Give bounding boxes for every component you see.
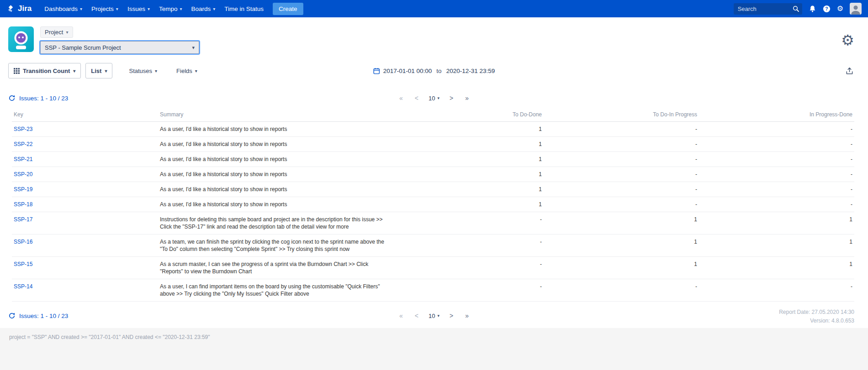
value-inprogress-done: 1 [699, 235, 854, 257]
issue-key-link[interactable]: SSP-20 [14, 171, 32, 177]
value-inprogress-done: - [699, 167, 854, 182]
chevron-down-icon: ▾ [192, 45, 195, 51]
pagination-last-button[interactable]: » [463, 94, 471, 103]
value-todo-done: 1 [388, 182, 544, 197]
pagination-bottom: « < 10 ▾ > » [397, 311, 471, 320]
value-inprogress-done: - [699, 182, 854, 197]
chevron-down-icon: ▾ [437, 96, 439, 100]
value-todo-inprogress: - [544, 197, 699, 212]
nav-item-boards[interactable]: Boards ▾ [187, 0, 220, 17]
issue-key-link[interactable]: SSP-22 [14, 141, 32, 147]
chevron-down-icon: ▾ [155, 68, 157, 73]
fields-dropdown-label: Fields [176, 68, 192, 74]
value-todo-done: 1 [388, 167, 544, 182]
nav-item-time-in-status[interactable]: Time in Status [220, 0, 268, 17]
project-type-dropdown[interactable]: Project ▾ [40, 26, 73, 38]
issues-table: Key Summary To Do-Done To Do-In Progress… [12, 108, 854, 302]
table-row: SSP-17 Instructions for deleting this sa… [12, 212, 854, 235]
value-todo-done: 1 [388, 137, 544, 152]
issue-key-link[interactable]: SSP-16 [14, 239, 32, 245]
table-row: SSP-22 As a user, I'd like a historical … [12, 137, 854, 152]
pagination-next-button[interactable]: > [448, 311, 455, 320]
value-todo-done: 1 [388, 152, 544, 167]
settings-gear-icon[interactable]: ⚙ [837, 5, 843, 12]
report-settings-gear-icon[interactable]: ⚙ [841, 33, 854, 47]
issue-summary: As a user, I'd like a historical story t… [160, 125, 386, 133]
notifications-bell-icon[interactable] [809, 5, 816, 13]
issue-key-link[interactable]: SSP-15 [14, 261, 32, 267]
value-todo-inprogress: - [544, 137, 699, 152]
issue-key-link[interactable]: SSP-17 [14, 216, 32, 223]
view-dropdown-label: List [91, 68, 101, 74]
nav-item-dashboards[interactable]: Dashboards ▾ [40, 0, 87, 17]
pagination-first-button[interactable]: « [397, 311, 405, 320]
issue-summary: Instructions for deleting this sample bo… [160, 216, 386, 230]
project-select[interactable]: SSP - Sample Scrum Project ▾ [40, 41, 199, 54]
pagination-last-button[interactable]: » [463, 311, 471, 320]
table-row: SSP-18 As a user, I'd like a historical … [12, 197, 854, 212]
value-todo-done: 1 [388, 197, 544, 212]
view-dropdown[interactable]: List ▾ [85, 63, 112, 78]
value-todo-done: - [388, 235, 544, 257]
value-inprogress-done: - [699, 279, 854, 302]
page-size-select[interactable]: 10 ▾ [429, 313, 439, 319]
statuses-dropdown[interactable]: Statuses ▾ [126, 67, 160, 75]
date-range-picker[interactable]: 2017-01-01 00:00 to 2020-12-31 23:59 [373, 68, 495, 74]
value-todo-done: 1 [388, 122, 544, 137]
report-date: Report Date: 27.05.2020 14:30 [779, 308, 854, 317]
issue-key-link[interactable]: SSP-19 [14, 186, 32, 193]
issues-table-body: SSP-23 As a user, I'd like a historical … [12, 122, 854, 302]
pagination-prev-button[interactable]: < [413, 94, 420, 103]
issue-summary: As a user, I'd like a historical story t… [160, 201, 386, 208]
issue-key-link[interactable]: SSP-18 [14, 201, 32, 208]
nav-item-label: Issues [127, 5, 145, 12]
table-row: SSP-16 As a team, we can finish the spri… [12, 235, 854, 257]
project-select-value: SSP - Sample Scrum Project [45, 44, 121, 51]
issue-summary: As a user, I'd like a historical story t… [160, 186, 386, 193]
user-avatar[interactable] [850, 3, 862, 15]
top-navbar: Jira Dashboards ▾ Projects ▾ Issues ▾ Te… [0, 0, 868, 17]
pagination-next-button[interactable]: > [448, 94, 455, 103]
footer-strip: project = "SSP" AND created >= "2017-01-… [0, 328, 868, 370]
date-to: 2020-12-31 23:59 [446, 68, 495, 74]
issue-summary: As a user, I'd like a historical story t… [160, 171, 386, 178]
value-todo-inprogress: 1 [544, 212, 699, 235]
calendar-icon [373, 68, 380, 74]
metric-dropdown[interactable]: Transition Count ▾ [8, 63, 81, 78]
refresh-button[interactable] [8, 94, 16, 102]
create-button[interactable]: Create [273, 3, 303, 15]
pagination-top: « < 10 ▾ > » [397, 94, 471, 103]
column-header-inprogress-done[interactable]: In Progress-Done [699, 108, 854, 122]
brand-name: Jira [18, 4, 32, 13]
help-icon[interactable]: ? [823, 5, 831, 13]
pagination-prev-button[interactable]: < [413, 311, 420, 320]
pagination-first-button[interactable]: « [397, 94, 405, 103]
jira-logo[interactable]: Jira [6, 4, 32, 13]
nav-item-label: Time in Status [224, 5, 264, 12]
column-header-key[interactable]: Key [12, 108, 158, 122]
issue-key-link[interactable]: SSP-21 [14, 156, 32, 162]
issues-count-label: Issues: 1 - 10 / 23 [19, 313, 68, 319]
page-size-select[interactable]: 10 ▾ [429, 95, 439, 102]
fields-dropdown[interactable]: Fields ▾ [174, 67, 200, 75]
issue-key-link[interactable]: SSP-23 [14, 126, 32, 132]
table-row: SSP-15 As a scrum master, I can see the … [12, 257, 854, 279]
page-size-value: 10 [429, 95, 435, 102]
table-row: SSP-19 As a user, I'd like a historical … [12, 182, 854, 197]
nav-item-issues[interactable]: Issues ▾ [123, 0, 154, 17]
issue-key-link[interactable]: SSP-14 [14, 283, 32, 290]
chevron-down-icon: ▾ [80, 6, 82, 11]
refresh-button[interactable] [8, 312, 16, 319]
column-header-todo-done[interactable]: To Do-Done [388, 108, 544, 122]
project-header: Project ▾ SSP - Sample Scrum Project ▾ ⚙ [0, 17, 868, 57]
nav-item-label: Tempo [159, 5, 178, 12]
svg-text:?: ? [825, 6, 828, 11]
chevron-down-icon: ▾ [116, 6, 118, 11]
nav-item-tempo[interactable]: Tempo ▾ [154, 0, 187, 17]
export-button[interactable] [845, 66, 854, 76]
nav-item-projects[interactable]: Projects ▾ [87, 0, 123, 17]
value-inprogress-done: - [699, 122, 854, 137]
table-row: SSP-21 As a user, I'd like a historical … [12, 152, 854, 167]
column-header-todo-inprogress[interactable]: To Do-In Progress [544, 108, 699, 122]
column-header-summary[interactable]: Summary [158, 108, 388, 122]
